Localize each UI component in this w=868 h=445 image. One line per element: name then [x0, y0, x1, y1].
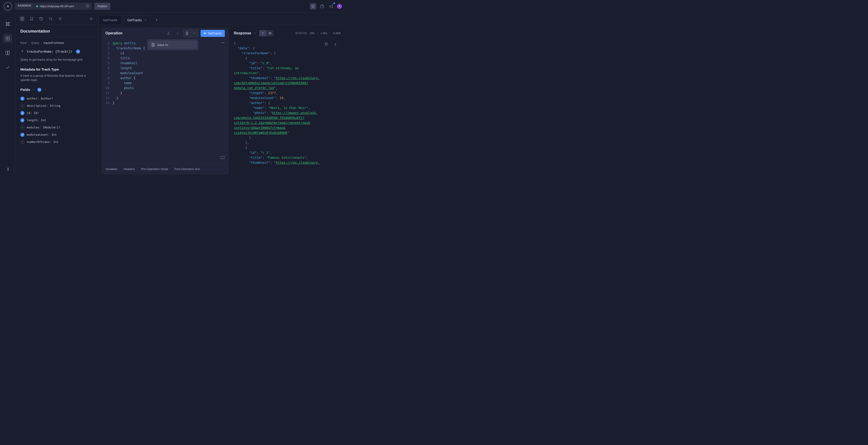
- more-options-icon[interactable]: [221, 41, 225, 46]
- status-label: STATUS: [296, 32, 307, 35]
- operation-tab[interactable]: GetTracks: [99, 15, 122, 25]
- share-chevron-icon[interactable]: [174, 30, 181, 37]
- field-add-button[interactable]: +: [20, 104, 24, 108]
- pre-script-tab[interactable]: Pre-Operation Script: [141, 167, 168, 171]
- save-dropdown-menu: Save As: [147, 39, 198, 50]
- operation-bottom-tabs: Variables Headers Pre-Operation Script P…: [101, 163, 229, 174]
- svg-line-17: [51, 20, 52, 20]
- gear-icon[interactable]: [86, 4, 89, 8]
- rail-schema-icon[interactable]: [3, 20, 12, 29]
- run-operation-button[interactable]: GetTracks: [200, 30, 225, 37]
- svg-rect-7: [6, 37, 9, 40]
- field-check-on[interactable]: [20, 111, 24, 115]
- field-row[interactable]: +numberOfViews: Int: [20, 138, 93, 146]
- rail-expand-icon[interactable]: [3, 165, 12, 174]
- save-button[interactable]: [183, 30, 191, 37]
- field-row[interactable]: +modules: [Module!]!: [20, 124, 93, 131]
- back-arrow-icon[interactable]: [20, 49, 24, 54]
- operation-tab[interactable]: GetTracks: [123, 15, 151, 25]
- fields-header: Fields −: [20, 88, 93, 92]
- rail-diff-icon[interactable]: [3, 49, 12, 57]
- selected-check-icon[interactable]: [76, 50, 80, 54]
- post-script-tab[interactable]: Post-Operation Scri: [174, 167, 200, 171]
- svg-point-6: [7, 24, 8, 24]
- publish-button[interactable]: Publish: [94, 3, 111, 10]
- field-signature: length: Int: [27, 119, 46, 122]
- rail-explorer-icon[interactable]: [3, 34, 12, 43]
- response-chevron-icon[interactable]: [254, 32, 256, 35]
- operation-title: Operation: [105, 31, 123, 35]
- field-add-button[interactable]: +: [20, 140, 24, 144]
- fields-label: Fields: [20, 88, 30, 92]
- field-row[interactable]: length: Int: [20, 117, 93, 124]
- doc-collapse-icon[interactable]: [89, 16, 94, 22]
- breadcrumb-item[interactable]: Root: [20, 41, 27, 44]
- field-row[interactable]: id: ID!: [20, 109, 93, 117]
- field-row[interactable]: modulesCount: Int: [20, 131, 93, 138]
- add-tab-button[interactable]: [152, 16, 161, 25]
- doc-docs-icon[interactable]: [20, 16, 25, 22]
- field-add-button[interactable]: +: [20, 126, 24, 130]
- svg-point-4: [6, 25, 6, 26]
- connection-status-dot: [36, 5, 38, 7]
- breadcrumb-item[interactable]: Query: [31, 41, 39, 44]
- sort-arrow-icon[interactable]: [32, 88, 35, 91]
- operation-editor[interactable]: 12345678910111213 query GetTra tracksFor…: [101, 39, 229, 163]
- response-panel: Response STATUS 200 | 1.46s | 5.3KB: [231, 28, 343, 174]
- svg-rect-38: [270, 32, 271, 33]
- field-description: Query to get tracks array for the homepa…: [20, 57, 93, 62]
- save-button-group: [183, 29, 198, 37]
- field-signature: modulesCount: Int: [27, 133, 57, 136]
- field-check-on[interactable]: [20, 97, 24, 101]
- svg-rect-10: [8, 51, 9, 55]
- field-row[interactable]: +description: String: [20, 102, 93, 109]
- endpoint-url: https://odyssey-lift-off-serv: [40, 4, 84, 8]
- close-tab-icon[interactable]: [144, 18, 147, 22]
- download-response-icon[interactable]: [332, 41, 339, 47]
- doc-history-icon[interactable]: [38, 16, 44, 22]
- field-check-on[interactable]: [20, 118, 24, 122]
- save-as-item[interactable]: Save As: [148, 40, 197, 49]
- svg-rect-28: [220, 156, 224, 159]
- doc-toolbar: [16, 13, 98, 25]
- documentation-panel: Documentation Root › Query › tracksForHo…: [16, 13, 99, 177]
- copy-response-icon[interactable]: [323, 41, 330, 47]
- help-icon[interactable]: [319, 3, 325, 9]
- remove-all-fields-button[interactable]: −: [37, 88, 41, 92]
- share-icon[interactable]: [165, 30, 172, 37]
- svg-point-2: [6, 22, 6, 23]
- svg-point-25: [221, 42, 222, 43]
- metadata-description: A track is a group of Modules that teach…: [20, 73, 93, 82]
- url-bar[interactable]: https://odyssey-lift-off-serv: [34, 3, 92, 10]
- announcements-icon[interactable]: [328, 3, 334, 9]
- field-row[interactable]: author: Author!: [20, 95, 93, 102]
- svg-marker-8: [7, 38, 8, 39]
- table-view-button[interactable]: [267, 30, 274, 36]
- fields-chevron-icon[interactable]: [44, 88, 46, 91]
- headers-tab[interactable]: Headers: [124, 167, 135, 171]
- code-content[interactable]: query GetTra tracksForHome { id title th…: [113, 41, 229, 161]
- status-code: 200: [310, 32, 314, 35]
- type-signature: tracksForHome: [Track!]!: [27, 50, 72, 53]
- variables-tab[interactable]: Variables: [105, 167, 117, 171]
- doc-bookmark-icon[interactable]: [29, 16, 34, 22]
- avatar[interactable]: A: [337, 4, 342, 9]
- field-check-on[interactable]: [20, 133, 24, 137]
- response-size: 5.3KB: [333, 32, 341, 35]
- graph-icon[interactable]: [310, 3, 316, 9]
- apollo-logo[interactable]: A: [4, 2, 12, 11]
- metadata-heading: Metadata for Track Type: [20, 67, 93, 71]
- svg-rect-41: [326, 43, 328, 45]
- sandbox-badge: SANDBOX: [15, 3, 34, 10]
- keyboard-icon[interactable]: [220, 156, 225, 161]
- doc-settings-icon[interactable]: [57, 16, 63, 22]
- save-dropdown-button[interactable]: [191, 30, 198, 37]
- fields-list: author: Author!+description: Stringid: I…: [20, 95, 93, 146]
- breadcrumb: Root › Query › tracksForHome: [20, 41, 93, 44]
- json-view-button[interactable]: [259, 30, 267, 36]
- response-body[interactable]: { "data": { "tracksForHome": [ { "id": "…: [231, 39, 343, 174]
- left-rail: [0, 13, 16, 177]
- rail-checks-icon[interactable]: [3, 63, 12, 72]
- svg-rect-9: [6, 51, 7, 55]
- doc-search-icon[interactable]: [48, 16, 53, 22]
